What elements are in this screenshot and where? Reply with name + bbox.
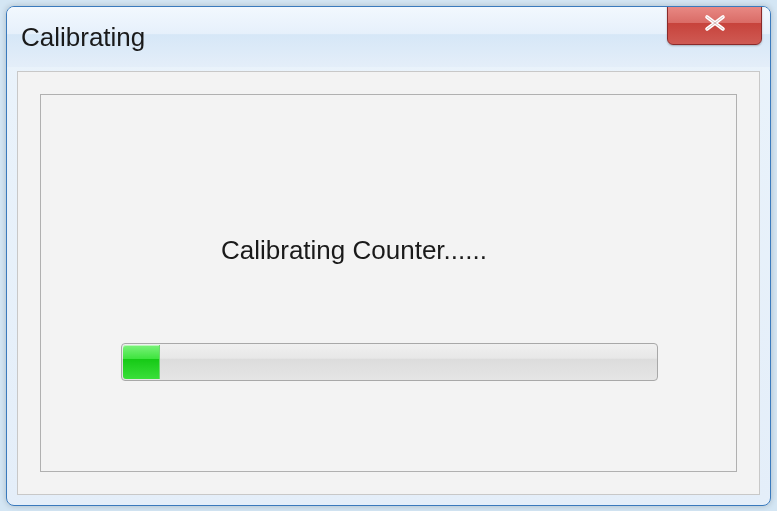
progress-fill bbox=[123, 345, 160, 379]
window-title: Calibrating bbox=[21, 22, 145, 53]
inner-panel: Calibrating Counter...... bbox=[40, 94, 737, 472]
titlebar: Calibrating bbox=[7, 7, 770, 67]
progress-bar bbox=[121, 343, 658, 381]
dialog-window: Calibrating Calibrating Counter...... bbox=[6, 6, 771, 506]
close-icon bbox=[697, 12, 733, 38]
close-button[interactable] bbox=[667, 6, 762, 45]
client-area: Calibrating Counter...... bbox=[17, 71, 760, 495]
status-label: Calibrating Counter...... bbox=[221, 235, 487, 266]
